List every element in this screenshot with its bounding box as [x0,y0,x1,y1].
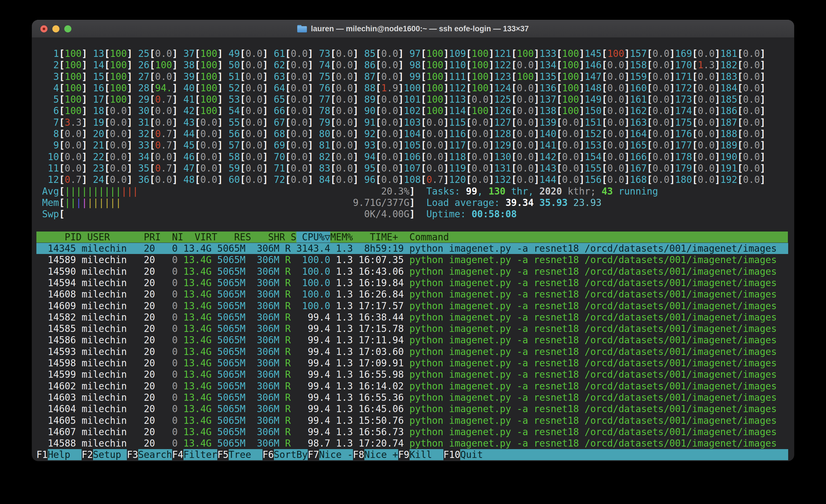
process-row[interactable]: 14590 milechin 20 0 13.4G 5065M 306M R 1… [37,266,794,277]
cpu-meter-40: 40[100] [178,82,223,93]
user-cell: milechin [76,358,138,369]
cpu-meter-25: 25[0.0] [132,48,178,59]
fkey-quit[interactable]: F10Quit [444,449,494,460]
pid-cell: 14599 [37,369,76,380]
cpu-meter-35: 35[0.7] [132,163,178,174]
cpu-meter-177: 177[0.0] [675,140,720,151]
pri-cell: 20 [138,403,155,415]
cpu-meter-144: 144[0.0] [540,174,585,185]
cpu-meter-103: 103[0.0] [404,117,449,128]
mem-cell: 1.3 [330,334,353,345]
fkey-tree[interactable]: F5Tree [217,449,262,460]
cpu-cell: 100.0 [291,300,330,311]
command-cell: python imagenet.py -a resnet18 /orcd/dat… [404,266,777,277]
cpu-meter-26: 26[100] [132,59,178,70]
cpu-meter-138: 138[100] [540,105,585,116]
state-cell: R [279,289,291,300]
cpu-meter-106: 106[0.0] [404,151,449,163]
user-cell: milechin [76,426,138,437]
cpu-meter-39: 39[100] [178,71,223,82]
process-row[interactable]: 14586 milechin 20 0 13.4G 5065M 306M R 9… [37,334,794,346]
fkey-filter[interactable]: F4Filter [172,449,217,460]
cpu-meter-9: 9[0.0] [42,140,87,151]
shr-cell: 306M [245,334,279,345]
cpu-meter-120: 120[0.0] [449,174,494,185]
cpu-meter-175: 175[0.0] [675,117,720,128]
mem-cell: 1.3 [330,426,353,437]
cpu-meter-150: 150[0.0] [585,105,630,116]
fkey-nice-[interactable]: F8Nice + [353,449,398,460]
time-cell: 17:09.91 [353,358,404,369]
state-cell: R [279,369,291,380]
cpu-cell: 99.4 [291,415,330,426]
process-row[interactable]: 14599 milechin 20 0 13.4G 5065M 306M R 9… [37,369,794,380]
header-segment-2[interactable]: MEM% TIME+ Command [330,232,449,243]
cpu-meter-48: 48[0.0] [178,174,223,185]
fkey-help[interactable]: F1Help [37,449,82,460]
process-row[interactable]: 14609 milechin 20 0 13.4G 5065M 306M R 1… [37,300,794,312]
cpu-meter-86: 86[0.0] [359,59,404,70]
process-row[interactable]: 14608 milechin 20 0 13.4G 5065M 306M R 1… [37,289,794,300]
process-row[interactable]: 14588 milechin 20 0 13.4G 5065M 306M R 9… [37,438,794,449]
fkey-sortby[interactable]: F6SortBy [262,449,308,460]
zoom-button[interactable] [64,25,71,33]
header-segment-0[interactable]: PID USER PRI NI VIRT RES SHR S [37,232,296,243]
cpu-meter-167: 167[0.0] [630,163,675,174]
process-row[interactable]: 14585 milechin 20 0 13.4G 5065M 306M R 9… [37,323,794,334]
state-cell: R [279,277,291,289]
cpu-meter-7: 7[3.3] [42,117,87,128]
cpu-meter-156: 156[0.0] [585,174,630,185]
fkey-search[interactable]: F3Search [127,449,172,460]
cpu-meter-52: 52[0.0] [223,82,268,93]
virt-cell: 13.4G [178,300,212,311]
process-row[interactable]: 14607 milechin 20 0 13.4G 5065M 306M R 9… [37,426,794,438]
mem-cell: 1.3 [330,358,353,369]
cpu-meter-163: 163[0.0] [630,117,675,128]
process-row[interactable]: 14603 milechin 20 0 13.4G 5065M 306M R 9… [37,392,794,403]
sort-column-cpu[interactable]: CPU%▽ [296,232,330,243]
cpu-meter-50: 50[0.0] [223,59,268,70]
cpu-meter-23: 23[0.0] [87,163,132,174]
process-row[interactable]: 14598 milechin 20 0 13.4G 5065M 306M R 9… [37,358,794,369]
fkey-nice-[interactable]: F7Nice - [308,449,353,460]
cpu-meter-142: 142[0.0] [540,151,585,163]
close-button[interactable] [40,25,48,33]
state-cell: R [279,426,291,437]
minimize-button[interactable] [52,25,59,33]
res-cell: 5065M [212,323,245,334]
ni-cell: 0 [155,438,177,449]
cpu-meter-184: 184[0.0] [720,82,765,93]
process-row-selected[interactable]: 14345 milechin 20 0 13.4G 5065M 306M R 3… [37,243,794,254]
mem-cell: 1.3 [330,415,353,426]
cpu-cell: 3143.4 [291,243,330,254]
fkey-kill[interactable]: F9Kill [398,449,444,460]
process-row[interactable]: 14593 milechin 20 0 13.4G 5065M 306M R 9… [37,346,794,358]
process-row[interactable]: 14582 milechin 20 0 13.4G 5065M 306M R 9… [37,312,794,323]
pri-cell: 20 [138,334,155,345]
cpu-meter-135: 135[100] [540,71,585,82]
fkey-setup[interactable]: F2Setup [82,449,127,460]
pri-cell: 20 [138,369,155,380]
time-cell: 16:26.84 [353,289,404,300]
cpu-meter-115: 115[0.0] [449,117,494,128]
virt-cell: 13.4G [178,254,212,265]
cpu-meter-45: 45[0.0] [178,140,223,151]
cpu-meter-109: 109[100] [449,48,494,59]
cpu-meter-3: 3[100] [42,71,87,82]
user-cell: milechin [76,289,138,300]
ni-cell: 0 [155,323,177,334]
cpu-meter-95: 95[0.0] [359,163,404,174]
process-table-header[interactable]: PID USER PRI NI VIRT RES SHR S CPU%▽MEM%… [37,232,794,243]
process-row[interactable]: 14605 milechin 20 0 13.4G 5065M 306M R 9… [37,415,794,426]
user-cell: milechin [76,277,138,289]
process-row[interactable]: 14602 milechin 20 0 13.4G 5065M 306M R 9… [37,381,794,392]
cpu-meter-132: 132[0.0] [494,174,540,185]
process-row[interactable]: 14594 milechin 20 0 13.4G 5065M 306M R 1… [37,277,794,289]
cpu-meter-158: 158[0.0] [630,59,675,70]
cpu-meter-94: 94[0.0] [359,151,404,163]
cpu-meter-79: 79[0.0] [313,117,359,128]
process-row[interactable]: 14604 milechin 20 0 13.4G 5065M 306M R 9… [37,403,794,415]
cpu-meter-74: 74[0.0] [313,59,359,70]
cpu-meter-146: 146[0.0] [585,59,630,70]
process-row[interactable]: 14589 milechin 20 0 13.4G 5065M 306M R 1… [37,254,794,266]
